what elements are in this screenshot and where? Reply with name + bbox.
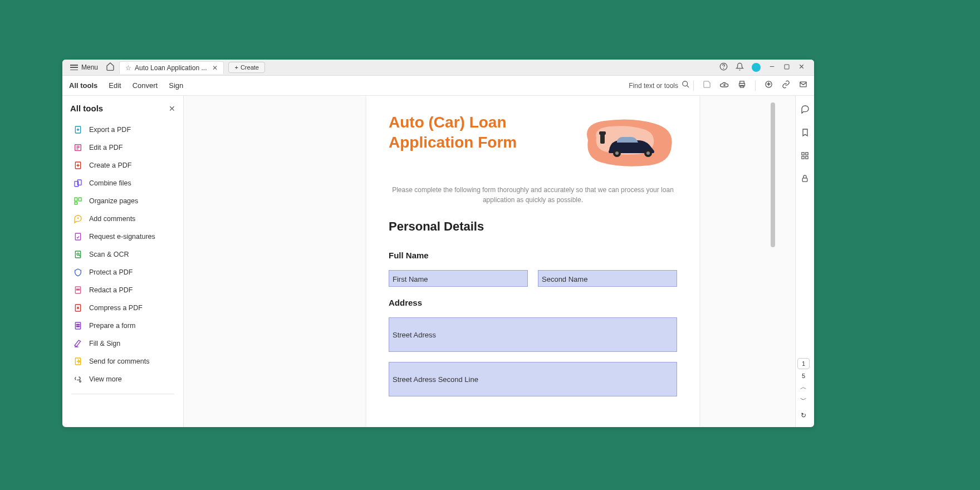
svg-rect-43 [802,178,807,182]
tool-icon [74,161,82,170]
document-title: Auto (Car) Loan Application Form [389,112,567,153]
sidebar-close-button[interactable]: ✕ [169,104,175,113]
svg-point-23 [77,253,79,255]
create-button[interactable]: + Create [228,62,264,73]
document-viewport[interactable]: Auto (Car) Loan Application Form [184,96,795,427]
menu-label: Menu [81,63,98,71]
sidebar-item-combine-files[interactable]: Combine files [68,174,178,192]
street-address-2-field[interactable]: Street Adress Second Line [389,362,677,396]
svg-rect-34 [599,131,606,135]
sidebar-item-label: Add comments [89,215,135,223]
find-label: Find text or tools [629,82,678,90]
document-tab[interactable]: ☆ Auto Loan Application ... ✕ [119,61,224,74]
main-area: All tools ✕ Export a PDFEdit a PDFCreate… [62,96,814,427]
sidebar-item-export-a-pdf[interactable]: Export a PDF [68,121,178,139]
sidebar-item-compress-a-pdf[interactable]: Compress a PDF [68,299,178,317]
avatar[interactable] [752,63,761,72]
sidebar-item-redact-a-pdf[interactable]: Redact a PDF [68,281,178,299]
svg-rect-19 [79,198,81,201]
sidebar-item-label: Request e-signatures [89,233,155,241]
section-personal-details: Personal Details [389,219,677,234]
minimize-button[interactable] [768,63,776,72]
sidebar-item-label: Prepare a form [89,322,135,330]
svg-rect-28 [76,324,79,325]
street-address-field[interactable]: Street Adress [389,317,677,352]
bell-icon[interactable] [736,62,744,72]
car-illustration [577,112,677,174]
titlebar: Menu ☆ Auto Loan Application ... ✕ + Cre… [62,60,814,76]
tab-edit[interactable]: Edit [109,78,121,93]
next-page-button[interactable]: ﹀ [800,395,807,405]
ai-icon[interactable] [765,80,773,91]
sidebar-item-label: Export a PDF [89,126,131,134]
sidebar-item-label: Fill & Sign [89,340,120,347]
search-icon[interactable] [682,80,690,91]
toolbar: All tools Edit Convert Sign Find text or… [62,76,814,96]
maximize-button[interactable] [783,63,790,72]
sidebar-divider [71,394,174,394]
mail-icon[interactable] [799,80,807,91]
document-description: Please complete the following form thoro… [389,185,677,205]
sidebar-item-label: Send for comments [89,357,149,365]
comments-panel-icon[interactable] [801,105,810,116]
tab-convert[interactable]: Convert [133,78,158,93]
current-page-input[interactable]: 1 [797,358,810,369]
tool-icon [74,197,82,205]
sidebar-item-request-e-signatures[interactable]: Request e-signatures [68,228,178,246]
prev-page-button[interactable]: ︿ [800,383,807,392]
tool-icon [74,339,82,348]
svg-rect-42 [806,156,808,159]
print-icon[interactable] [738,80,746,91]
help-icon[interactable] [719,62,728,72]
plus-icon: + [234,64,238,71]
tab-title: Auto Loan Application ... [135,64,207,72]
total-pages: 5 [802,373,805,379]
tab-all-tools[interactable]: All tools [69,78,97,93]
grid-panel-icon[interactable] [801,151,809,162]
link-icon[interactable] [782,80,790,91]
app-window: Menu ☆ Auto Loan Application ... ✕ + Cre… [62,60,814,427]
sidebar-item-scan-ocr[interactable]: Scan & OCR [68,246,178,263]
lock-panel-icon[interactable] [801,174,809,185]
first-name-field[interactable]: First Name [389,270,528,287]
second-name-field[interactable]: Second Name [538,270,677,287]
tab-sign[interactable]: Sign [169,78,183,93]
sidebar-item-add-comments[interactable]: Add comments [68,210,178,228]
menu-button[interactable]: Menu [66,61,102,74]
sidebar-item-fill-sign[interactable]: Fill & Sign [68,335,178,352]
tab-close-button[interactable]: ✕ [212,64,218,72]
sidebar-item-label: Scan & OCR [89,251,129,258]
sidebar-item-create-a-pdf[interactable]: Create a PDF [68,156,178,174]
tool-icon [74,232,82,241]
scrollbar-thumb[interactable] [771,102,775,247]
home-icon [106,62,115,71]
sidebar-item-organize-pages[interactable]: Organize pages [68,192,178,210]
sidebar-item-send-for-comments[interactable]: Send for comments [68,352,178,370]
svg-rect-22 [75,251,80,258]
refresh-button[interactable]: ↻ [801,411,806,419]
sidebar-item-protect-a-pdf[interactable]: Protect a PDF [68,263,178,281]
cloud-icon[interactable] [720,80,729,91]
sidebar-item-label: Combine files [89,179,131,187]
svg-point-36 [615,151,619,155]
svg-line-7 [687,85,689,87]
save-icon[interactable] [703,80,711,91]
tool-icon [74,268,82,277]
svg-point-31 [80,381,81,383]
sidebar-item-label: Compress a PDF [89,304,143,312]
sidebar-item-view-more[interactable]: View more [68,370,178,388]
svg-rect-3 [785,65,789,69]
close-button[interactable] [798,63,805,72]
svg-rect-29 [76,326,79,327]
tool-icon [74,357,82,366]
svg-rect-33 [600,134,605,144]
sidebar-item-prepare-a-form[interactable]: Prepare a form [68,317,178,335]
svg-rect-21 [75,233,80,240]
hamburger-icon [70,65,78,70]
sidebar-item-label: Create a PDF [89,161,131,169]
full-name-label: Full Name [389,251,677,260]
bookmark-panel-icon[interactable] [801,128,810,139]
sidebar-item-edit-a-pdf[interactable]: Edit a PDF [68,139,178,156]
sidebar-title: All tools [70,104,103,113]
home-button[interactable] [106,62,115,73]
